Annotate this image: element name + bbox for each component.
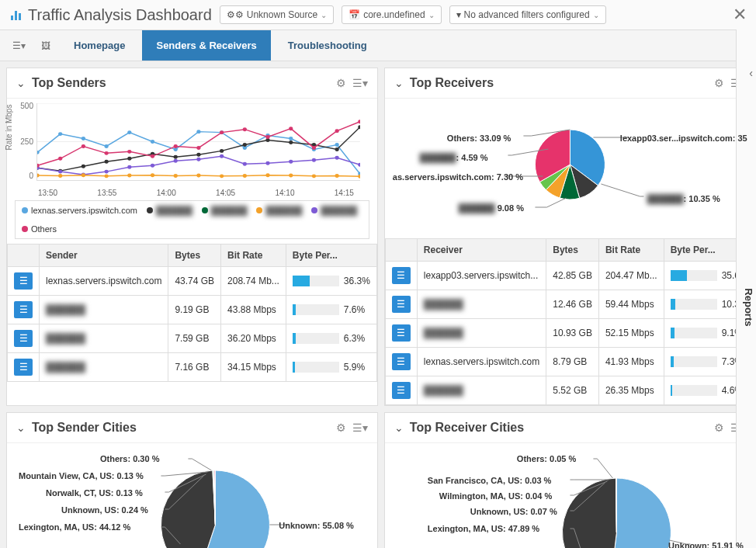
svg-point-28 bbox=[220, 149, 224, 153]
table-row: ☰ lexnas.servers.ipswitch.com43.74 GB208… bbox=[8, 267, 377, 296]
pie-chart-receiver-cities: Others: 0.05 % San Francisco, CA, US: 0.… bbox=[385, 443, 755, 548]
panel-title: Top Senders bbox=[32, 76, 330, 90]
svg-point-22 bbox=[81, 165, 85, 168]
row-menu-icon[interactable]: ☰ bbox=[392, 296, 411, 313]
svg-point-9 bbox=[127, 130, 131, 134]
svg-point-69 bbox=[127, 174, 131, 178]
svg-point-27 bbox=[196, 153, 200, 157]
list-settings-icon[interactable]: ☰▾ bbox=[6, 34, 32, 57]
line-legend: lexnas.servers.ipswitch.com ██████ █████… bbox=[15, 200, 369, 239]
pie-label: ██████ 9.08 % bbox=[459, 203, 524, 213]
pie-label: San Francisco, CA, US: 0.03 % bbox=[428, 476, 552, 485]
svg-point-75 bbox=[265, 173, 269, 177]
collapse-icon[interactable]: ⌄ bbox=[16, 421, 26, 434]
svg-point-45 bbox=[265, 161, 269, 165]
collapse-icon[interactable]: ⌄ bbox=[16, 77, 26, 89]
row-menu-icon[interactable]: ☰ bbox=[392, 267, 411, 284]
tab-homepage[interactable]: Homepage bbox=[60, 30, 139, 61]
line-chart-top-senders: Rate in Mbps 500 250 0 bbox=[36, 103, 360, 189]
svg-point-57 bbox=[196, 146, 200, 150]
svg-point-16 bbox=[289, 137, 293, 140]
gear-icon[interactable]: ⚙ bbox=[336, 421, 346, 434]
svg-point-66 bbox=[58, 174, 62, 178]
top-header: Traffic Analysis Dashboard ⚙⚙ Unknown So… bbox=[0, 0, 756, 30]
image-add-icon[interactable]: 🖼 bbox=[35, 34, 57, 57]
col-sender[interactable]: Sender bbox=[40, 245, 168, 267]
svg-point-41 bbox=[174, 159, 178, 163]
row-menu-icon[interactable]: ☰ bbox=[392, 382, 411, 399]
pie-label: Norwalk, CT, US: 0.13 % bbox=[46, 488, 143, 498]
svg-point-49 bbox=[358, 163, 360, 167]
svg-point-74 bbox=[243, 174, 247, 178]
row-menu-icon[interactable]: ☰ bbox=[14, 301, 33, 318]
row-menu-icon[interactable]: ☰ bbox=[14, 359, 33, 376]
page-title: Traffic Analysis Dashboard bbox=[9, 6, 212, 24]
y-tick: 250 bbox=[13, 137, 33, 146]
panel-top-receivers: ⌄ Top Receivers ⚙ ☰▾ Others: 33.09 % ███… bbox=[384, 68, 756, 406]
svg-point-23 bbox=[105, 160, 109, 164]
bars-icon bbox=[9, 8, 23, 22]
row-menu-icon[interactable]: ☰ bbox=[14, 330, 33, 347]
y-axis-label: Rate in Mbps bbox=[5, 105, 13, 151]
svg-point-31 bbox=[289, 140, 293, 144]
close-icon[interactable]: ✕ bbox=[733, 5, 747, 25]
col-bytepct[interactable]: Byte Per... bbox=[286, 245, 376, 267]
tab-senders-receivers[interactable]: Senders & Receivers bbox=[142, 30, 270, 61]
panel-title: Top Receivers bbox=[410, 76, 708, 90]
menu-icon[interactable]: ☰▾ bbox=[352, 77, 368, 89]
top-senders-table: Sender Bytes Bit Rate Byte Per... ☰ lexn… bbox=[7, 244, 377, 382]
svg-point-24 bbox=[127, 157, 131, 161]
panel-sender-cities: ⌄ Top Sender Cities ⚙ ☰▾ Others: 0.30 % … bbox=[6, 412, 378, 548]
svg-point-51 bbox=[58, 157, 62, 161]
gear-icon[interactable]: ⚙ bbox=[336, 77, 346, 89]
filter-dropdown[interactable]: ▾ No advanced filters configured⌄ bbox=[449, 5, 606, 24]
period-dropdown[interactable]: 📅 core.undefined⌄ bbox=[342, 5, 441, 24]
pie-label: Unknown, US: 0.07 % bbox=[470, 507, 557, 516]
tab-troubleshooting[interactable]: Troubleshooting bbox=[274, 30, 381, 61]
pie-label: lexapp03.ser...ipswitch.com: 35 bbox=[620, 134, 747, 143]
svg-point-48 bbox=[335, 156, 339, 160]
svg-point-12 bbox=[196, 130, 200, 134]
svg-point-72 bbox=[196, 174, 200, 178]
add-reports-toggle[interactable]: Add Reports bbox=[738, 288, 756, 326]
row-menu-icon[interactable]: ☰ bbox=[392, 353, 411, 370]
gears-icon: ⚙⚙ bbox=[227, 9, 244, 20]
svg-point-76 bbox=[289, 174, 293, 178]
svg-rect-0 bbox=[11, 16, 13, 20]
collapse-icon[interactable]: ⌄ bbox=[394, 77, 404, 89]
svg-point-18 bbox=[335, 143, 339, 147]
svg-point-61 bbox=[289, 127, 293, 130]
svg-point-33 bbox=[335, 147, 339, 151]
svg-point-67 bbox=[81, 173, 85, 177]
source-dropdown[interactable]: ⚙⚙ Unknown Source⌄ bbox=[220, 5, 334, 24]
svg-point-70 bbox=[151, 173, 154, 177]
chevron-down-icon: ⌄ bbox=[428, 11, 435, 19]
col-bytes[interactable]: Bytes bbox=[546, 239, 599, 262]
pie-label: Unknown, US: 0.24 % bbox=[61, 505, 148, 515]
row-menu-icon[interactable]: ☰ bbox=[392, 324, 411, 342]
pie-label: Others: 0.05 % bbox=[517, 454, 576, 463]
table-row: ☰ ██████9.19 GB43.88 Mbps 7.6% bbox=[8, 296, 377, 324]
svg-point-6 bbox=[58, 132, 62, 136]
col-bytes[interactable]: Bytes bbox=[168, 245, 221, 267]
svg-point-26 bbox=[174, 155, 178, 159]
chevron-left-icon[interactable]: ‹ bbox=[749, 67, 753, 79]
collapse-icon[interactable]: ⌄ bbox=[394, 421, 404, 434]
y-tick: 0 bbox=[13, 172, 33, 180]
pie-label: Lexington, MA, US: 44.12 % bbox=[19, 522, 130, 532]
col-bitrate[interactable]: Bit Rate bbox=[598, 239, 664, 262]
row-menu-icon[interactable]: ☰ bbox=[14, 272, 33, 290]
svg-point-65 bbox=[36, 174, 40, 178]
gear-icon[interactable]: ⚙ bbox=[714, 77, 724, 89]
svg-rect-2 bbox=[19, 13, 21, 20]
x-axis-labels: 13:5013:5514:0014:0514:1014:15 bbox=[38, 189, 354, 197]
menu-icon[interactable]: ☰▾ bbox=[352, 421, 368, 434]
svg-point-38 bbox=[105, 170, 109, 174]
gear-icon[interactable]: ⚙ bbox=[714, 421, 724, 434]
pie-label: Mountain View, CA, US: 0.13 % bbox=[19, 471, 144, 480]
pie-label: as.servers.ipswitch.com: 7.30 % bbox=[393, 172, 523, 182]
svg-point-58 bbox=[220, 130, 224, 134]
table-row: ☰ ██████10.93 GB52.15 Mbps 9.1% bbox=[385, 319, 754, 348]
col-bitrate[interactable]: Bit Rate bbox=[221, 245, 286, 267]
col-receiver[interactable]: Receiver bbox=[417, 239, 546, 262]
